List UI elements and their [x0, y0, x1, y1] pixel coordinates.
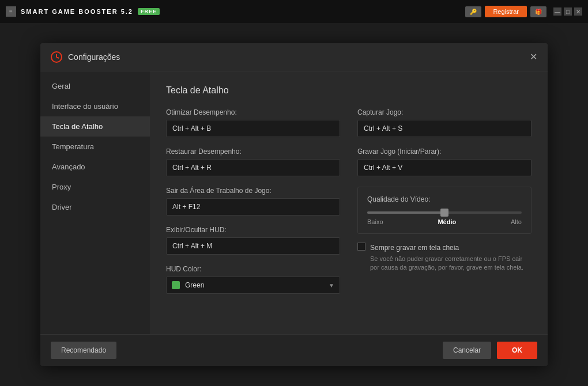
settings-modal: Configurações ✕ Geral Interface do usuár…: [40, 43, 548, 366]
settings-icon: [51, 51, 62, 63]
form-group-restaurar: Restaurar Desempenho:: [166, 147, 340, 176]
form-group-hud-color: HUD Color: Green Red Blue White ▼: [166, 265, 340, 294]
cancelar-button[interactable]: Cancelar: [443, 342, 491, 359]
ok-button[interactable]: OK: [497, 342, 537, 359]
hud-color-select[interactable]: Green Red Blue White: [166, 277, 340, 294]
left-column: Otimizar Desempenho: Restaurar Desempenh…: [166, 108, 340, 304]
modal-body: Geral Interface do usuário Tecla de Atal…: [40, 71, 548, 334]
minimize-button[interactable]: —: [553, 7, 561, 16]
gift-icon-button[interactable]: 🎁: [530, 6, 546, 17]
form-group-gravar: Gravar Jogo (Iniciar/Parar):: [357, 147, 532, 176]
sidebar-item-geral[interactable]: Geral: [40, 76, 150, 96]
quality-mid-label: Médio: [438, 218, 456, 225]
checkbox-row-fullscreen: Sempre gravar em tela cheia Se você não …: [357, 242, 532, 273]
form-group-fullscreen: Sempre gravar em tela cheia Se você não …: [357, 242, 532, 273]
input-capturar[interactable]: [357, 120, 532, 137]
form-group-otimizar: Otimizar Desempenho:: [166, 108, 340, 137]
sidebar-item-proxy[interactable]: Proxy: [40, 177, 150, 197]
sidebar-item-driver[interactable]: Driver: [40, 197, 150, 217]
label-capturar: Capturar Jogo:: [357, 108, 532, 116]
input-hud-shortcut[interactable]: [166, 237, 340, 255]
right-column: Capturar Jogo: Gravar Jogo (Iniciar/Para…: [357, 108, 532, 304]
quality-low-label: Baixo: [367, 218, 383, 225]
content-area: Tecla de Atalho Otimizar Desempenho: Res…: [150, 71, 548, 334]
title-bar-left: ≡ Smart Game Booster 5.2 FREE: [6, 6, 160, 17]
shortcut-form-grid: Otimizar Desempenho: Restaurar Desempenh…: [166, 108, 532, 304]
slider-track: [367, 211, 522, 214]
footer-right: Cancelar OK: [443, 342, 537, 359]
form-group-hud-shortcut: Exibir/Ocultar HUD:: [166, 226, 340, 255]
app-body: Configurações ✕ Geral Interface do usuár…: [0, 23, 588, 386]
window-controls: — □ ✕: [553, 7, 582, 16]
app-title: Smart Game Booster 5.2: [21, 8, 133, 15]
section-title: Tecla de Atalho: [166, 85, 532, 96]
label-sair: Sair da Área de Trabalho de Jogo:: [166, 187, 340, 195]
quality-high-label: Alto: [511, 218, 522, 225]
modal-footer: Recomendado Cancelar OK: [40, 334, 548, 366]
checkbox-label-fullscreen: Sempre gravar em tela cheia: [370, 244, 459, 252]
form-group-capturar: Capturar Jogo:: [357, 108, 532, 137]
label-gravar: Gravar Jogo (Iniciar/Parar):: [357, 147, 532, 156]
input-otimizar[interactable]: [166, 120, 340, 137]
modal-close-button[interactable]: ✕: [530, 52, 537, 62]
register-button[interactable]: Registrar: [485, 6, 527, 17]
title-bar: ≡ Smart Game Booster 5.2 FREE 🔑 Registra…: [0, 0, 588, 23]
label-restaurar: Restaurar Desempenho:: [166, 147, 340, 156]
slider-labels: Baixo Médio Alto: [367, 218, 522, 225]
input-restaurar[interactable]: [166, 159, 340, 176]
maximize-button[interactable]: □: [564, 7, 572, 16]
app-logo-icon: ≡: [6, 6, 16, 17]
checkbox-fullscreen[interactable]: [357, 243, 365, 251]
modal-header: Configurações ✕: [40, 43, 548, 71]
title-bar-right: 🔑 Registrar 🎁 — □ ✕: [465, 6, 582, 17]
sidebar-item-avancado[interactable]: Avançado: [40, 157, 150, 177]
label-hud-shortcut: Exibir/Ocultar HUD:: [166, 226, 340, 234]
sidebar: Geral Interface do usuário Tecla de Atal…: [40, 71, 150, 334]
hud-color-preview: [172, 281, 180, 289]
free-badge: FREE: [138, 8, 160, 15]
label-otimizar: Otimizar Desempenho:: [166, 108, 340, 116]
key-icon-button[interactable]: 🔑: [465, 6, 481, 17]
video-quality-label: Qualidade do Vídeo:: [367, 195, 522, 203]
label-hud-color: HUD Color:: [166, 265, 340, 273]
input-gravar[interactable]: [357, 159, 532, 176]
form-group-sair: Sair da Área de Trabalho de Jogo:: [166, 187, 340, 215]
quality-slider-container[interactable]: [367, 211, 522, 214]
slider-thumb: [440, 209, 448, 217]
close-button[interactable]: ✕: [574, 7, 582, 16]
sidebar-item-temperatura[interactable]: Temperatura: [40, 137, 150, 157]
recomendado-button[interactable]: Recomendado: [51, 342, 116, 359]
input-sair[interactable]: [166, 198, 340, 215]
sidebar-item-tecla[interactable]: Tecla de Atalho: [40, 116, 150, 137]
video-quality-panel: Qualidade do Vídeo: Baixo Médio Alt: [357, 187, 532, 234]
hud-color-select-wrapper: Green Red Blue White ▼: [166, 277, 340, 294]
checkbox-desc-fullscreen: Se você não puder gravar corretamente ou…: [370, 255, 532, 273]
checkbox-content: Sempre gravar em tela cheia Se você não …: [370, 242, 532, 273]
sidebar-item-interface[interactable]: Interface do usuário: [40, 96, 150, 116]
slider-fill: [367, 211, 444, 214]
modal-title: Configurações: [68, 52, 120, 62]
